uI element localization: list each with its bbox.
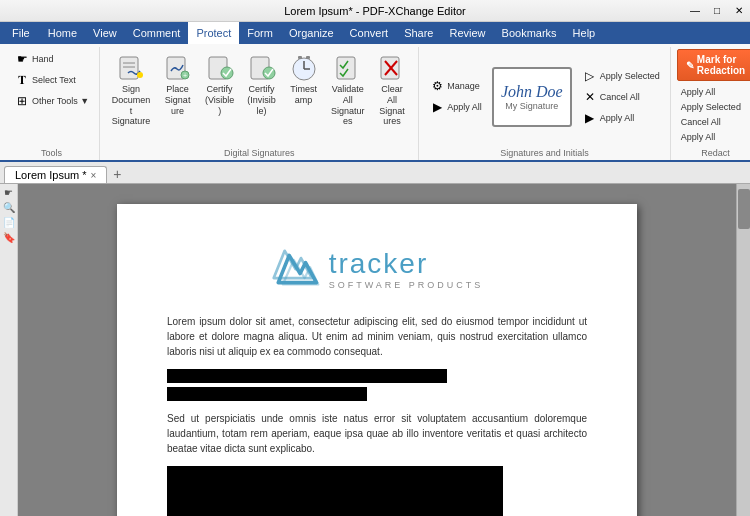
svg-point-10: [263, 67, 275, 79]
mark-redaction-icon: ✎: [686, 60, 694, 71]
redact-apply-all2-button[interactable]: Apply All: [677, 130, 750, 144]
menu-item-protect[interactable]: Protect: [188, 22, 239, 44]
redact-group-content: ✎ Mark for Redaction Apply All Apply Sel…: [677, 49, 750, 158]
redaction-bar-1: [167, 369, 447, 383]
validate-all-icon: [332, 52, 364, 84]
cancel-all-icon: ✕: [582, 89, 598, 105]
hand-icon: ☛: [14, 51, 30, 67]
left-toolbar: ☛ 🔍 📄 🔖: [0, 184, 18, 516]
svg-point-8: [221, 67, 233, 79]
menu-item-help[interactable]: Help: [565, 22, 604, 44]
digital-signatures-label: Digital Signatures: [224, 148, 295, 158]
sign-document-label: Sign Document Signature: [111, 84, 150, 127]
menu-item-form[interactable]: Form: [239, 22, 281, 44]
certify-invisible-button[interactable]: Certify (Invisible): [242, 49, 282, 119]
vertical-scrollbar[interactable]: [736, 184, 750, 516]
tools-group: ☛ Hand 𝐓 Select Text ⊞ Other Tools ▼ Too…: [4, 47, 100, 160]
digital-signatures-content: Sign Document Signature + Place Signatur…: [106, 49, 412, 158]
redact-apply-selected-label: Apply Selected: [681, 102, 741, 112]
svg-text:+: +: [183, 72, 187, 79]
redact-apply-selected-button[interactable]: Apply Selected: [677, 100, 750, 114]
apply-all-sig-icon: ▶: [429, 99, 445, 115]
menu-item-view[interactable]: View: [85, 22, 125, 44]
other-tools-label: Other Tools ▼: [32, 96, 89, 106]
redact-cancel-all-label: Cancel All: [681, 117, 721, 127]
manage-icon: ⚙: [429, 78, 445, 94]
svg-point-3: [137, 72, 143, 78]
menu-item-home[interactable]: Home: [40, 22, 85, 44]
close-button[interactable]: ✕: [728, 0, 750, 22]
redact-apply-all-button[interactable]: Apply All: [677, 85, 750, 99]
sig-card-label: My Signature: [505, 101, 558, 111]
mark-for-redaction-button[interactable]: ✎ Mark for Redaction: [677, 49, 750, 81]
certify-visible-label: Certify (Visible): [205, 84, 235, 116]
sig-card-name: John Doe: [501, 83, 563, 101]
redact-group: ✎ Mark for Redaction Apply All Apply Sel…: [671, 47, 750, 160]
apply-all-bottom-button[interactable]: ▶ Apply All: [578, 108, 664, 128]
sign-document-icon: [115, 52, 147, 84]
validate-all-label: Validate All Signatures: [331, 84, 365, 127]
pdf-paragraph-1: Lorem ipsum dolor sit amet, consectetur …: [167, 314, 587, 359]
menu-item-bookmarks[interactable]: Bookmarks: [494, 22, 565, 44]
menu-item-review[interactable]: Review: [441, 22, 493, 44]
apply-all-sig-button[interactable]: ▶ Apply All: [425, 97, 486, 117]
svg-rect-15: [306, 56, 310, 59]
menu-bar: File Home View Comment Protect Form Orga…: [0, 22, 750, 44]
validate-all-button[interactable]: Validate All Signatures: [326, 49, 370, 130]
pdf-logo-text: tracker SOFTWARE PRODUCTS: [329, 248, 484, 290]
timestamp-button[interactable]: Timestamp: [284, 49, 324, 109]
pdf-logo: tracker SOFTWARE PRODUCTS: [167, 244, 587, 294]
left-tool-3[interactable]: 📄: [2, 216, 16, 229]
svg-rect-14: [298, 56, 302, 59]
certify-visible-button[interactable]: Certify (Visible): [200, 49, 240, 119]
place-signature-button[interactable]: + Place Signature: [158, 49, 198, 119]
apply-all-bottom-icon: ▶: [582, 110, 598, 126]
logo-sub: SOFTWARE PRODUCTS: [329, 280, 484, 290]
scroll-thumb[interactable]: [738, 189, 750, 229]
redaction-bar-2: [167, 387, 367, 401]
svg-rect-16: [337, 57, 355, 79]
hand-tool-button[interactable]: ☛ Hand: [10, 49, 93, 69]
cancel-all-button[interactable]: ✕ Cancel All: [578, 87, 664, 107]
apply-all-bottom-label: Apply All: [600, 113, 635, 123]
place-signature-label: Place Signature: [163, 84, 193, 116]
select-text-label: Select Text: [32, 75, 76, 85]
apply-selected-icon: ▷: [582, 68, 598, 84]
other-tools-button[interactable]: ⊞ Other Tools ▼: [10, 91, 93, 111]
manage-button[interactable]: ⚙ Manage: [425, 76, 486, 96]
document-tabs: Lorem Ipsum * × +: [0, 162, 750, 184]
apply-all-sig-label: Apply All: [447, 102, 482, 112]
apply-selected-button[interactable]: ▷ Apply Selected: [578, 66, 664, 86]
sign-document-button[interactable]: Sign Document Signature: [106, 49, 155, 130]
new-tab-button[interactable]: +: [107, 165, 127, 183]
redact-cancel-all-button[interactable]: Cancel All: [677, 115, 750, 129]
menu-item-organize[interactable]: Organize: [281, 22, 342, 44]
pdf-paragraph-2: Sed ut perspiciatis unde omnis iste natu…: [167, 411, 587, 456]
close-tab-button[interactable]: ×: [91, 170, 97, 181]
menu-item-convert[interactable]: Convert: [342, 22, 397, 44]
minimize-button[interactable]: —: [684, 0, 706, 22]
timestamp-icon: [288, 52, 320, 84]
menu-item-share[interactable]: Share: [396, 22, 441, 44]
window-controls: — □ ✕: [684, 0, 750, 22]
menu-item-comment[interactable]: Comment: [125, 22, 189, 44]
signatures-initials-content: ⚙ Manage ▶ Apply All John Doe My Signatu…: [425, 49, 664, 158]
digital-signatures-group: Sign Document Signature + Place Signatur…: [100, 47, 419, 160]
maximize-button[interactable]: □: [706, 0, 728, 22]
clear-all-icon: [376, 52, 408, 84]
document-tab[interactable]: Lorem Ipsum * ×: [4, 166, 107, 183]
left-tool-2[interactable]: 🔍: [2, 201, 16, 214]
cancel-all-label: Cancel All: [600, 92, 640, 102]
left-tool-1[interactable]: ☛: [3, 186, 14, 199]
left-tool-4[interactable]: 🔖: [2, 231, 16, 244]
doc-tab-label: Lorem Ipsum *: [15, 169, 87, 181]
apply-selected-label: Apply Selected: [600, 71, 660, 81]
signature-card[interactable]: John Doe My Signature: [492, 67, 572, 127]
select-text-button[interactable]: 𝐓 Select Text: [10, 70, 93, 90]
title-bar: Lorem Ipsum* - PDF-XChange Editor — □ ✕: [0, 0, 750, 22]
place-signature-icon: +: [162, 52, 194, 84]
manage-label: Manage: [447, 81, 480, 91]
clear-all-button[interactable]: Clear All Signatures: [372, 49, 412, 130]
certify-visible-icon: [204, 52, 236, 84]
menu-item-file[interactable]: File: [2, 22, 40, 44]
